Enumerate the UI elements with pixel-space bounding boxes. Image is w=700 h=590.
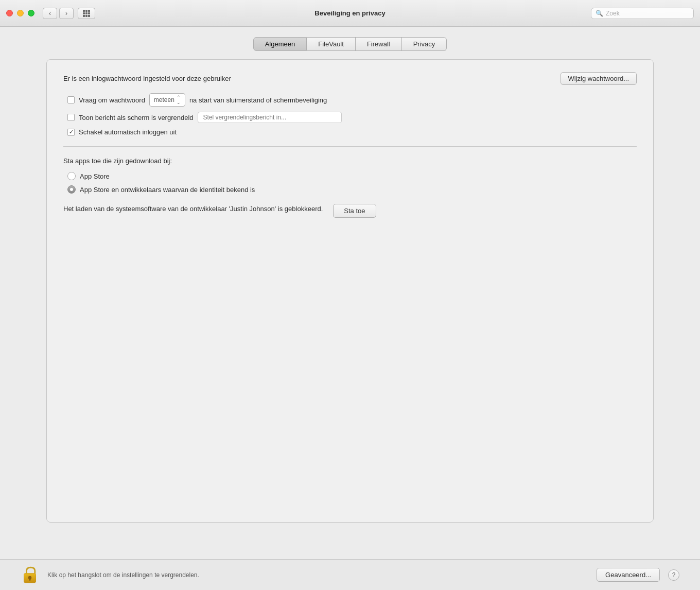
svg-rect-7 — [85, 15, 87, 17]
lock-message-input[interactable] — [198, 112, 342, 123]
ask-password-dropdown[interactable]: meteen ⌃⌄ — [149, 93, 185, 107]
lock-message: Klik op het hangslot om de instellingen … — [47, 571, 588, 579]
titlebar: ‹ › Beveiliging en privacy 🔍 — [0, 0, 700, 27]
svg-rect-3 — [83, 12, 85, 14]
disable-autologin-label: Schakel automatisch inloggen uit — [79, 128, 177, 136]
svg-rect-0 — [83, 10, 85, 12]
forward-button[interactable]: › — [59, 8, 74, 19]
appstore-developers-option-row: App Store en ontwikkelaars waarvan de id… — [67, 185, 637, 194]
ask-password-label-before: Vraag om wachtwoord — [79, 96, 145, 104]
chevron-icon: ⌃⌄ — [177, 95, 181, 105]
disable-autologin-row: Schakel automatisch inloggen uit — [67, 128, 637, 136]
apps-section-title: Sta apps toe die zijn gedownload bij: — [63, 157, 637, 165]
tabs: Algemeen FileVault Firewall Privacy — [253, 37, 447, 51]
show-message-label: Toon bericht als scherm is vergrendeld — [79, 114, 194, 122]
svg-rect-8 — [88, 15, 90, 17]
change-password-button[interactable]: Wijzig wachtwoord... — [561, 72, 637, 85]
dropdown-value: meteen — [154, 96, 174, 103]
svg-rect-1 — [85, 10, 87, 12]
bottom-bar: Klik op het hangslot om de instellingen … — [0, 559, 700, 590]
nav-buttons: ‹ › — [43, 8, 74, 19]
svg-rect-4 — [85, 12, 87, 14]
show-message-checkbox[interactable] — [67, 114, 75, 121]
search-icon: 🔍 — [596, 10, 603, 17]
ask-password-checkbox[interactable] — [67, 96, 75, 103]
grid-icon — [82, 9, 91, 18]
traffic-lights — [6, 10, 34, 16]
tab-algemeen[interactable]: Algemeen — [253, 37, 307, 51]
lock-icon[interactable] — [21, 566, 39, 584]
svg-rect-12 — [29, 578, 30, 580]
svg-rect-5 — [88, 12, 90, 14]
appstore-developers-label: App Store en ontwikkelaars waarvan de id… — [80, 186, 255, 194]
appstore-radio[interactable] — [67, 172, 76, 180]
main-content: Algemeen FileVault Firewall Privacy Er i… — [0, 27, 700, 559]
ask-password-label-after: na start van sluimerstand of schermbevei… — [189, 96, 327, 104]
appstore-label: App Store — [80, 172, 110, 180]
tab-filevault[interactable]: FileVault — [307, 37, 356, 51]
allow-button[interactable]: Sta toe — [333, 204, 376, 218]
help-button[interactable]: ? — [668, 569, 679, 581]
close-button[interactable] — [6, 10, 13, 16]
tab-firewall[interactable]: Firewall — [356, 37, 402, 51]
ask-password-row: Vraag om wachtwoord meteen ⌃⌄ na start v… — [67, 93, 637, 107]
password-label: Er is een inlogwachtwoord ingesteld voor… — [63, 75, 552, 82]
tab-privacy[interactable]: Privacy — [402, 37, 447, 51]
minimize-button[interactable] — [17, 10, 24, 16]
grid-button[interactable] — [78, 8, 95, 19]
back-button[interactable]: ‹ — [43, 8, 57, 19]
blocked-section: Het laden van de systeemsoftware van de … — [63, 204, 637, 218]
advanced-button[interactable]: Geavanceerd... — [597, 568, 660, 582]
svg-rect-6 — [83, 15, 85, 17]
search-box[interactable]: 🔍 — [591, 8, 694, 19]
settings-panel: Er is een inlogwachtwoord ingesteld voor… — [46, 59, 654, 523]
blocked-message: Het laden van de systeemsoftware van de … — [63, 204, 323, 214]
section-divider — [63, 146, 637, 147]
password-row: Er is een inlogwachtwoord ingesteld voor… — [63, 72, 637, 85]
disable-autologin-checkbox[interactable] — [67, 129, 75, 136]
svg-rect-2 — [88, 10, 90, 12]
search-input[interactable] — [606, 10, 689, 17]
apps-section: Sta apps toe die zijn gedownload bij: Ap… — [63, 157, 637, 194]
appstore-option-row: App Store — [67, 172, 637, 180]
help-icon: ? — [672, 571, 676, 579]
appstore-developers-radio[interactable] — [67, 185, 76, 194]
window-title: Beveiliging en privacy — [314, 9, 385, 17]
show-message-row: Toon bericht als scherm is vergrendeld — [67, 112, 637, 123]
maximize-button[interactable] — [28, 10, 34, 16]
